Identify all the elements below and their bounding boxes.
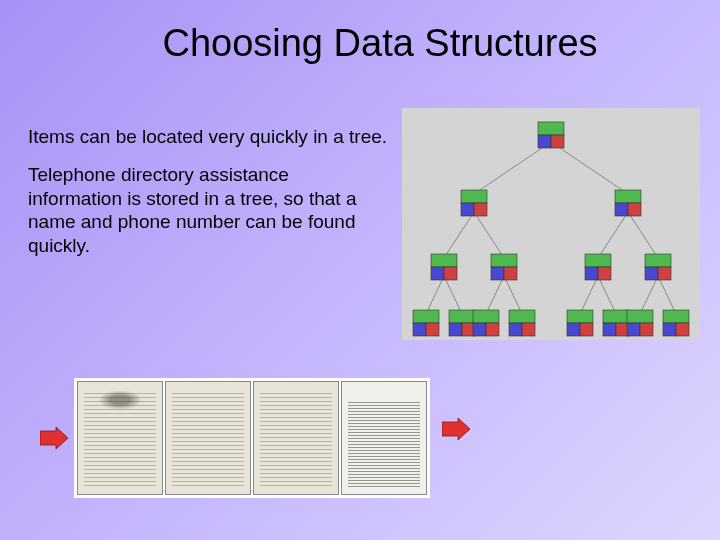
paragraph-2: Telephone directory assistance informati…: [28, 163, 388, 258]
svg-line-4: [598, 212, 628, 258]
tree-svg: [402, 108, 700, 340]
tree-diagram: [402, 108, 700, 340]
svg-line-7: [444, 276, 462, 314]
svg-line-3: [474, 212, 504, 258]
svg-line-12: [640, 276, 658, 314]
document-thumb-2: [165, 381, 251, 495]
documents-row: [40, 378, 430, 498]
svg-line-1: [551, 142, 628, 194]
arrow-left-icon: [40, 427, 68, 449]
paragraph-1: Items can be located very quickly in a t…: [28, 125, 388, 149]
svg-line-13: [658, 276, 676, 314]
arrow-right-icon: [442, 418, 470, 440]
document-thumb-3: [253, 381, 339, 495]
slide-title: Choosing Data Structures: [0, 0, 720, 65]
svg-line-10: [580, 276, 598, 314]
tree-nodes: [413, 122, 689, 336]
document-thumb-4: [341, 381, 427, 495]
svg-line-6: [426, 276, 444, 314]
document-thumb-1: [77, 381, 163, 495]
svg-line-5: [628, 212, 658, 258]
body-text-block: Items can be located very quickly in a t…: [28, 125, 388, 272]
svg-line-8: [486, 276, 504, 314]
svg-marker-18: [442, 418, 470, 440]
svg-line-2: [444, 212, 474, 258]
document-thumbnails: [74, 378, 430, 498]
svg-line-0: [474, 142, 551, 194]
svg-line-11: [598, 276, 616, 314]
svg-line-9: [504, 276, 522, 314]
tree-edges: [426, 142, 676, 314]
svg-marker-17: [40, 427, 68, 449]
